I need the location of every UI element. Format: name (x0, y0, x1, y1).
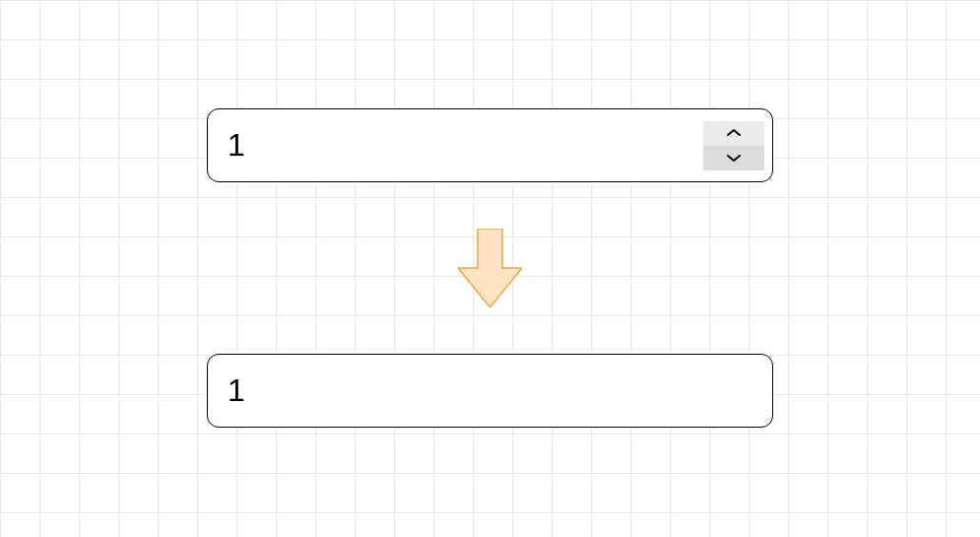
spinner-down-button[interactable] (703, 146, 764, 170)
transform-arrow-icon (458, 229, 522, 307)
spinner-up-button[interactable] (703, 121, 764, 146)
number-input-plain[interactable]: 1 (207, 354, 773, 428)
spinner-control (703, 121, 764, 170)
chevron-up-icon (726, 124, 742, 142)
input-value-bottom: 1 (228, 372, 752, 409)
chevron-down-icon (726, 149, 742, 167)
number-input-with-spinner[interactable]: 1 (207, 108, 773, 182)
input-value-top: 1 (228, 127, 752, 164)
